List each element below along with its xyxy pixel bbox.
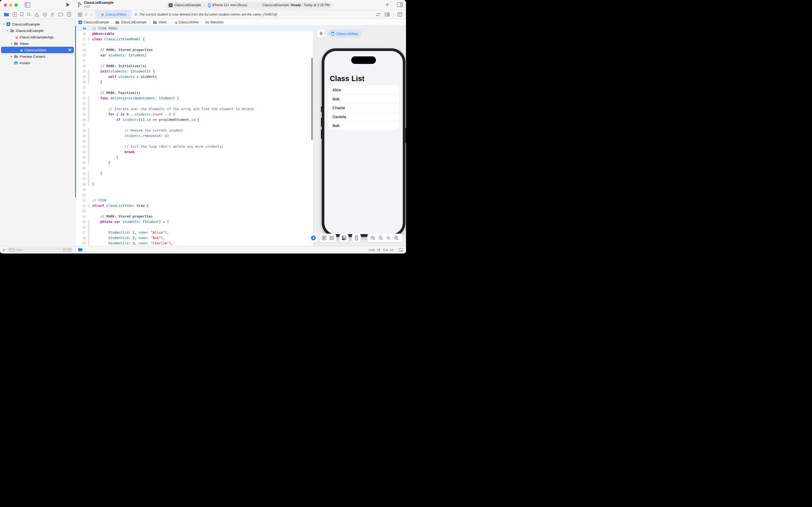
sidebar-item-views[interactable]: ▼Views — [0, 40, 75, 47]
scheme-app-icon[interactable]: A — [169, 3, 173, 7]
line-number[interactable]: 33 — [75, 101, 88, 106]
close-window-button[interactable] — [4, 3, 7, 7]
line-number[interactable]: 51 — [75, 198, 88, 203]
line-number[interactable]: 26 — [75, 63, 88, 69]
breakpoints-navigator-icon[interactable] — [58, 13, 64, 16]
editor-mode-icon[interactable] — [399, 248, 403, 252]
line-number[interactable]: 20 — [75, 31, 88, 37]
code-line-58[interactable]: 58 Student(id: 2, name: "Bob"), — [75, 235, 313, 241]
inspector-toggle-icon[interactable] — [397, 2, 403, 7]
code-line-56[interactable]: 56 — [75, 225, 313, 230]
sidebar-item-preview-content[interactable]: ▶Preview Content — [0, 53, 75, 60]
line-indicator[interactable]: Line: 19 — [369, 248, 380, 252]
code-line-36[interactable]: 36 if students[i].id == providedStudent.… — [75, 117, 313, 122]
editor-options-icon[interactable] — [384, 12, 390, 17]
code-line-34[interactable]: 34 // Iterate over the elements of the a… — [75, 106, 313, 112]
line-number[interactable]: 53 — [75, 208, 88, 214]
sidebar-item-assets[interactable]: Assets — [0, 60, 75, 66]
sidebar-item-classlistexample[interactable]: ▼ClassListExample — [0, 21, 75, 27]
line-number[interactable]: 27 — [75, 69, 88, 74]
student-row[interactable]: Charlie — [328, 103, 399, 112]
code-line-19[interactable]: 19// VIEW MODEL — [75, 26, 313, 31]
code-line-50[interactable]: 50 — [75, 192, 313, 198]
sidebar-item-classlistview[interactable]: ClassListViewM — [1, 47, 74, 53]
preview-target-chip[interactable]: ClassListView — [328, 30, 361, 37]
tests-navigator-icon[interactable] — [43, 12, 47, 17]
line-number[interactable]: 32 — [75, 96, 88, 101]
code-line-55[interactable]: 55 @State var students: [Student] = [ — [75, 219, 313, 225]
line-number[interactable]: 40 — [75, 138, 88, 144]
minimize-window-button[interactable] — [9, 3, 12, 7]
add-editor-plus-icon[interactable] — [385, 2, 389, 7]
breadcrumb-item[interactable]: Views — [153, 20, 167, 24]
code-line-20[interactable]: 20@Observable — [75, 31, 313, 37]
line-number[interactable]: 57 — [75, 230, 88, 235]
code-line-32[interactable]: 32 func delete(providedStudent: Student)… — [75, 96, 313, 101]
sidebar-item-classlistexample[interactable]: ▼ClassListExample — [0, 27, 75, 34]
tab-classlistview[interactable]: ClassListView — [95, 10, 131, 18]
line-number[interactable]: 30 — [75, 85, 88, 90]
live-preview-button[interactable] — [309, 234, 318, 242]
line-number[interactable]: 34 — [75, 106, 88, 112]
disclosure-chevron-icon[interactable]: ▼ — [2, 23, 6, 25]
line-number[interactable]: 23 — [75, 47, 88, 53]
zoom-out-icon[interactable] — [371, 236, 375, 240]
line-number[interactable]: 43 — [75, 155, 88, 160]
code-line-37[interactable]: 37 — [75, 122, 313, 128]
student-row[interactable]: Bob — [328, 94, 399, 103]
line-number[interactable]: 29 — [75, 79, 88, 85]
add-split-editor-icon[interactable] — [397, 12, 402, 17]
line-number[interactable]: 39 — [75, 133, 88, 138]
code-line-27[interactable]: 27 init(students: [Student]) { — [75, 69, 313, 74]
disclosure-chevron-icon[interactable]: ▶ — [10, 55, 13, 58]
code-line-28[interactable]: 28 self.students = students — [75, 74, 313, 79]
line-number[interactable]: 52 — [75, 203, 88, 208]
code-editor[interactable]: 19// VIEW MODEL20@Observable21class Clas… — [75, 26, 313, 246]
disclosure-chevron-icon[interactable]: ▼ — [6, 29, 10, 32]
filter-input[interactable]: Filter — [7, 247, 73, 252]
code-line-30[interactable]: 30 — [75, 85, 313, 90]
zoom-window-button[interactable] — [14, 3, 18, 7]
editor-grid-icon[interactable] — [78, 12, 82, 17]
code-line-23[interactable]: 23 // MARK: Stored properties — [75, 47, 313, 53]
device-settings-button[interactable] — [339, 234, 349, 242]
forward-icon[interactable] — [90, 13, 93, 16]
line-number[interactable]: 22 — [75, 42, 88, 47]
code-line-47[interactable]: 47 — [75, 176, 313, 181]
code-line-59[interactable]: 59 Student(id: 3, name: "Charlie"), — [75, 241, 313, 246]
line-number[interactable]: 44 — [75, 160, 88, 165]
line-number[interactable]: 56 — [75, 225, 88, 230]
variants-mode-icon[interactable] — [330, 236, 334, 240]
code-line-38[interactable]: 38 // Remove the current student — [75, 128, 313, 133]
breadcrumb-item[interactable]: ClassListView — [173, 20, 199, 24]
preview-pin-button[interactable] — [317, 30, 325, 38]
sidebar-item-classlistexampleapp[interactable]: ClassListExampleApp — [0, 34, 75, 40]
line-number[interactable]: 48 — [75, 181, 88, 187]
editor-scrollbar[interactable] — [311, 58, 313, 140]
line-number[interactable]: 41 — [75, 144, 88, 149]
reports-navigator-icon[interactable] — [67, 12, 71, 17]
line-number[interactable]: 19 — [75, 26, 88, 31]
add-file-icon[interactable] — [2, 248, 5, 251]
code-line-48[interactable]: 48} — [75, 181, 313, 187]
issues-navigator-icon[interactable] — [35, 12, 39, 17]
swap-editors-icon[interactable] — [375, 13, 381, 16]
code-line-43[interactable]: 43 } — [75, 155, 313, 160]
source-control-summary[interactable]: ClassListExample main — [77, 1, 114, 8]
student-row[interactable]: Daniela — [328, 112, 399, 121]
code-line-44[interactable]: 44 } — [75, 160, 313, 165]
code-line-25[interactable]: 25 — [75, 58, 313, 63]
code-line-54[interactable]: 54 // MARK: Stored properties — [75, 214, 313, 219]
line-number[interactable]: 21 — [75, 37, 88, 42]
line-number[interactable]: 58 — [75, 235, 88, 241]
line-number[interactable]: 50 — [75, 192, 88, 198]
line-number[interactable]: 47 — [75, 176, 88, 181]
code-line-53[interactable]: 53 — [75, 208, 313, 214]
student-row[interactable]: Bob — [328, 121, 399, 130]
preview-device-button[interactable] — [352, 234, 361, 242]
code-line-33[interactable]: 33 — [75, 101, 313, 106]
breadcrumb-item[interactable]: No Selection — [205, 20, 223, 24]
code-line-39[interactable]: 39 students.remove(at: i) — [75, 133, 313, 138]
run-button[interactable] — [66, 2, 70, 7]
tab-commit-message[interactable]: # The correct student is now deleted fro… — [131, 12, 281, 16]
